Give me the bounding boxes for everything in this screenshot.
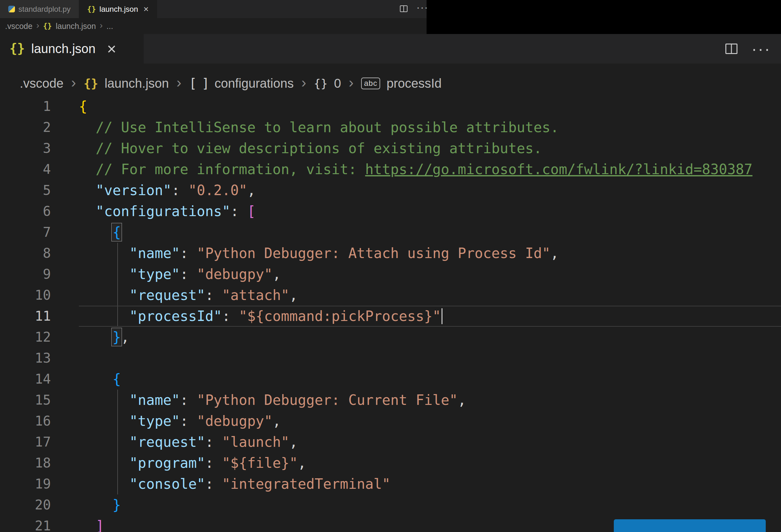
code-line[interactable]: 2 // Use IntelliSense to learn about pos… (0, 117, 781, 138)
line-number[interactable]: 12 (0, 327, 51, 348)
breadcrumb-folder[interactable]: .vscode (5, 22, 32, 31)
code-token (79, 455, 129, 471)
code-line[interactable]: 13 (0, 348, 781, 369)
code-text: // Use IntelliSense to learn about possi… (79, 117, 559, 138)
code-line[interactable]: 9 "type": "debugpy", (0, 264, 781, 285)
code-token: , (550, 245, 559, 261)
code-text: // Hover to view descriptions of existin… (79, 138, 542, 159)
code-token: } (113, 329, 121, 345)
more-actions-icon[interactable]: ··· (751, 45, 771, 52)
code-token: : (180, 392, 197, 408)
code-line[interactable]: 19 "console": "integratedTerminal" (0, 474, 781, 494)
code-text: "name": "Python Debugger: Current File", (79, 390, 466, 411)
code-token (79, 329, 113, 345)
split-editor-icon[interactable] (725, 44, 737, 54)
code-token (79, 287, 129, 303)
code-token: "${command:pickProcess}" (239, 308, 441, 324)
code-token (79, 413, 129, 429)
code-line[interactable]: 10 "request": "attach", (0, 285, 781, 306)
code-line[interactable]: 16 "type": "debugpy", (0, 411, 781, 432)
add-configuration-button[interactable] (614, 519, 766, 532)
code-token: , (247, 182, 256, 198)
code-line[interactable]: 5 "version": "0.2.0", (0, 180, 781, 201)
code-token (79, 161, 96, 177)
code-line[interactable]: 4 // For more information, visit: https:… (0, 159, 781, 180)
breadcrumb-file[interactable]: launch.json (56, 22, 96, 31)
chevron-right-icon: › (349, 74, 354, 91)
code-token: , (458, 392, 466, 408)
close-icon[interactable]: × (107, 41, 116, 57)
line-number[interactable]: 10 (0, 285, 51, 306)
line-number[interactable]: 4 (0, 159, 51, 180)
line-number[interactable]: 13 (0, 348, 51, 369)
code-line[interactable]: 3 // Hover to view descriptions of exist… (0, 138, 781, 159)
breadcrumb-more[interactable]: ... (107, 22, 113, 31)
line-number[interactable]: 7 (0, 222, 51, 243)
code-token: "processId" (129, 308, 222, 324)
code-token: : (205, 476, 222, 492)
line-number[interactable]: 1 (0, 96, 51, 117)
line-number[interactable]: 5 (0, 180, 51, 201)
code-line[interactable]: 15 "name": "Python Debugger: Current Fil… (0, 390, 781, 411)
line-number[interactable]: 6 (0, 201, 51, 222)
code-line[interactable]: 12 }, (0, 327, 781, 348)
tab-standardplot-py[interactable]: standardplot.py (0, 0, 79, 18)
line-number[interactable]: 20 (0, 494, 51, 516)
breadcrumb-property[interactable]: processId (386, 76, 442, 91)
code-line[interactable]: 6 "configurations": [ (0, 201, 781, 222)
close-icon[interactable]: × (143, 4, 149, 14)
code-line[interactable]: 14 { (0, 369, 781, 390)
code-line[interactable]: 7 { (0, 222, 781, 243)
line-number[interactable]: 3 (0, 138, 51, 159)
code-text: { (79, 96, 87, 117)
line-number[interactable]: 11 (0, 306, 51, 327)
code-token: "request" (129, 287, 205, 303)
code-line[interactable]: 20 } (0, 494, 781, 516)
line-number[interactable]: 2 (0, 117, 51, 138)
code-token: { (113, 224, 121, 240)
code-line[interactable]: 17 "request": "launch", (0, 432, 781, 453)
code-token: "integratedTerminal" (222, 476, 390, 492)
breadcrumb-index[interactable]: 0 (334, 76, 341, 91)
json-file-icon: {} (43, 22, 52, 30)
code-token: : (231, 203, 247, 219)
code-text: // For more information, visit: https://… (79, 159, 752, 180)
line-number[interactable]: 16 (0, 411, 51, 432)
line-number[interactable]: 19 (0, 474, 51, 494)
code-line[interactable]: 1{ (0, 96, 781, 117)
line-number[interactable]: 14 (0, 369, 51, 390)
line-number[interactable]: 21 (0, 516, 51, 532)
code-token: : (171, 182, 188, 198)
breadcrumb-folder[interactable]: .vscode (20, 76, 64, 91)
line-number[interactable]: 9 (0, 264, 51, 285)
code-line[interactable]: 11 "processId": "${command:pickProcess}" (0, 306, 781, 327)
chevron-right-icon: › (71, 74, 76, 91)
code-line[interactable]: 8 "name": "Python Debugger: Attach using… (0, 243, 781, 264)
text-cursor (442, 308, 443, 324)
tab-launch-json[interactable]: {} launch.json × (79, 0, 157, 18)
vscode-window: standardplot.py {} launch.json × ··· .vs… (0, 0, 781, 532)
code-token (79, 182, 96, 198)
code-text: "configurations": [ (79, 201, 255, 222)
code-token: "name" (129, 392, 180, 408)
line-number[interactable]: 18 (0, 453, 51, 474)
line-number[interactable]: 8 (0, 243, 51, 264)
code-token: : (205, 455, 222, 471)
code-area[interactable]: 1{2 // Use IntelliSense to learn about p… (0, 96, 781, 532)
code-line[interactable]: 18 "program": "${file}", (0, 453, 781, 474)
code-token: : (205, 434, 222, 450)
tab-launch-json-large[interactable]: {} launch.json × (0, 34, 144, 64)
code-text: } (79, 494, 121, 516)
chevron-right-icon: › (176, 74, 181, 91)
breadcrumb-file[interactable]: launch.json (105, 76, 169, 91)
code-token: ] (96, 518, 104, 532)
code-token (79, 434, 129, 450)
code-token: "attach" (222, 287, 289, 303)
python-file-icon (8, 6, 15, 12)
split-editor-icon[interactable] (400, 5, 408, 12)
breadcrumb-configurations[interactable]: configurations (214, 76, 294, 91)
line-number[interactable]: 15 (0, 390, 51, 411)
line-number[interactable]: 17 (0, 432, 51, 453)
code-token: "program" (129, 455, 205, 471)
code-token (79, 203, 96, 219)
